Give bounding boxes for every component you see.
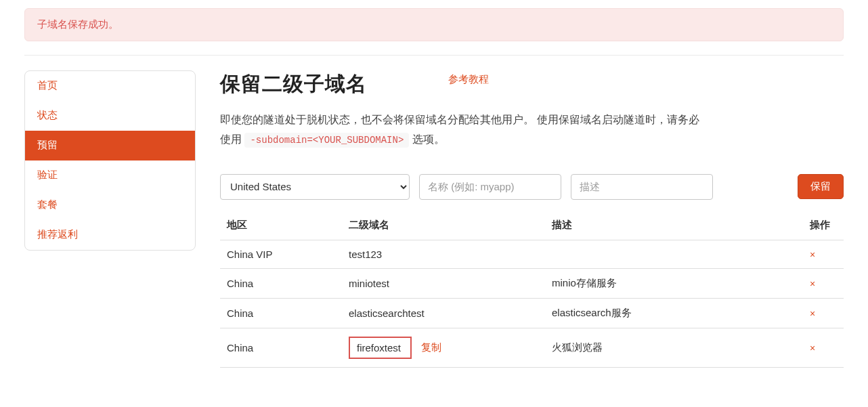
th-action: 操作 (803, 211, 844, 240)
table-row: China firefoxtest 复制 火狐浏览器 × (220, 328, 844, 367)
success-alert: 子域名保存成功。 (24, 8, 844, 41)
desc-code: -subdomain=<YOUR_SUBDOMAIN> (244, 133, 409, 148)
tutorial-link[interactable]: 参考教程 (448, 70, 489, 86)
domains-table: 地区 二级域名 描述 操作 China VIP test123 × China (220, 211, 844, 368)
cell-domain: elasticsearchtest (342, 298, 545, 328)
cell-region: China (220, 298, 342, 328)
name-input[interactable] (419, 174, 561, 200)
cell-desc: 火狐浏览器 (545, 328, 803, 367)
description-input[interactable] (571, 174, 713, 200)
th-desc: 描述 (545, 211, 803, 240)
cell-region: China (220, 328, 342, 367)
sidebar-item-status[interactable]: 状态 (25, 101, 195, 131)
sidebar-item-plan[interactable]: 套餐 (25, 190, 195, 220)
cell-region: China (220, 268, 342, 298)
reserve-form-row: United States 保留 (220, 174, 844, 200)
page-title: 保留二级子域名 (220, 70, 367, 98)
desc-part2: 选项。 (412, 133, 445, 145)
sidebar-nav: 首页 状态 预留 验证 套餐 推荐返利 (24, 70, 196, 251)
region-select[interactable]: United States (220, 174, 410, 200)
reserve-button[interactable]: 保留 (798, 174, 844, 199)
sidebar-item-home[interactable]: 首页 (25, 71, 195, 101)
copy-link[interactable]: 复制 (421, 341, 441, 354)
cell-desc: elasticsearch服务 (545, 298, 803, 328)
sidebar-item-referral[interactable]: 推荐返利 (25, 220, 195, 250)
cell-desc: minio存储服务 (545, 268, 803, 298)
table-row: China VIP test123 × (220, 240, 844, 268)
table-row: China elasticsearchtest elasticsearch服务 … (220, 298, 844, 328)
sidebar-item-verify[interactable]: 验证 (25, 160, 195, 190)
cell-domain-highlighted: firefoxtest (349, 337, 412, 359)
cell-desc (545, 240, 803, 268)
delete-icon[interactable]: × (810, 249, 815, 260)
domains-table-wrap: 地区 二级域名 描述 操作 China VIP test123 × China (220, 211, 844, 368)
alert-text: 子域名保存成功。 (37, 18, 118, 30)
main-content: 保留二级子域名 参考教程 即使您的隧道处于脱机状态，也不会将保留域名分配给其他用… (220, 70, 844, 368)
delete-icon[interactable]: × (810, 278, 815, 289)
cell-domain: test123 (342, 240, 545, 268)
cell-domain: miniotest (342, 268, 545, 298)
th-domain: 二级域名 (342, 211, 545, 240)
page-description: 即使您的隧道处于脱机状态，也不会将保留域名分配给其他用户。 使用保留域名启动隧道… (220, 110, 708, 150)
delete-icon[interactable]: × (810, 308, 815, 319)
table-row: China miniotest minio存储服务 × (220, 268, 844, 298)
th-region: 地区 (220, 211, 342, 240)
cell-region: China VIP (220, 240, 342, 268)
delete-icon[interactable]: × (810, 343, 815, 354)
sidebar-item-reserve[interactable]: 预留 (25, 131, 195, 160)
